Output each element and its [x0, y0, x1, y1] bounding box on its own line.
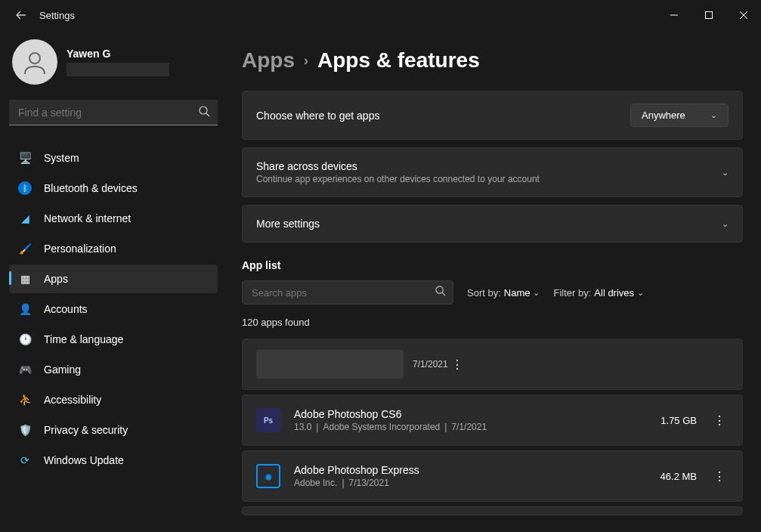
back-arrow-icon: [16, 10, 26, 20]
app-name: Adobe Photoshop CS6: [294, 408, 660, 420]
chevron-down-icon: ⌄: [710, 110, 717, 120]
minimize-button[interactable]: [657, 0, 691, 30]
search-icon: [435, 286, 446, 299]
card-subtitle: Continue app experiences on other device…: [256, 174, 540, 184]
sidebar-item-label: Apps: [44, 273, 68, 285]
breadcrumb-parent[interactable]: Apps: [242, 48, 295, 73]
gaming-icon: 🎮: [18, 363, 32, 376]
app-size: 46.2 MB: [660, 471, 697, 482]
chevron-down-icon: ⌄: [533, 288, 540, 298]
breadcrumb: Apps › Apps & features: [242, 48, 743, 73]
app-size: 1.75 GB: [660, 415, 697, 426]
sort-value: Name: [504, 287, 531, 298]
accessibility-icon: ⛹: [18, 393, 32, 407]
app-more-button[interactable]: ⋮: [710, 411, 729, 429]
app-date: 7/1/2021: [413, 359, 448, 370]
chevron-right-icon: ›: [304, 53, 308, 69]
app-name: Adobe Photoshop Express: [294, 464, 660, 476]
section-title: App list: [242, 259, 743, 271]
more-vertical-icon: ⋮: [713, 413, 725, 428]
username: Yawen G: [67, 48, 169, 60]
more-settings-card[interactable]: More settings ⌄: [242, 205, 743, 243]
maximize-button[interactable]: [691, 0, 726, 30]
app-list-item[interactable]: ◉ Adobe Photoshop Express Adobe Inc.|7/1…: [242, 450, 743, 502]
app-source-dropdown[interactable]: Anywhere ⌄: [630, 104, 729, 127]
app-more-button[interactable]: ⋮: [710, 467, 729, 485]
app-list-item[interactable]: 7/1/2021 ⋮: [242, 339, 743, 390]
card-label: More settings: [256, 218, 320, 230]
sidebar-item-accounts[interactable]: 👤Accounts: [9, 295, 218, 323]
person-icon: [21, 48, 48, 76]
card-label: Choose where to get apps: [256, 110, 379, 122]
app-count: 120 apps found: [242, 317, 743, 328]
maximize-icon: [705, 11, 713, 19]
sort-by-dropdown[interactable]: Sort by: Name ⌄: [467, 287, 540, 298]
app-list-item[interactable]: Ps Adobe Photoshop CS6 13.0|Adobe System…: [242, 394, 743, 446]
sidebar-item-label: Accessibility: [44, 394, 101, 406]
app-source-card: Choose where to get apps Anywhere ⌄: [242, 91, 743, 140]
sidebar-item-bluetooth[interactable]: ᛒBluetooth & devices: [9, 174, 218, 203]
user-email-redacted: [67, 63, 169, 76]
dropdown-value: Anywhere: [642, 110, 685, 121]
sidebar-item-time[interactable]: 🕐Time & language: [9, 325, 218, 354]
app-more-button[interactable]: ⋮: [448, 355, 466, 373]
search-icon: [199, 106, 210, 120]
back-button[interactable]: [12, 10, 30, 20]
sidebar-item-accessibility[interactable]: ⛹Accessibility: [9, 385, 218, 414]
sidebar-item-label: Privacy & security: [44, 424, 128, 436]
sidebar-item-label: Bluetooth & devices: [44, 182, 138, 194]
app-meta: 13.0|Adobe Systems Incorporated|7/1/2021: [294, 422, 660, 432]
apps-icon: ▦: [18, 272, 32, 286]
filter-label: Filter by:: [553, 287, 591, 298]
page-title: Apps & features: [317, 48, 480, 73]
sidebar-item-update[interactable]: ⟳Windows Update: [9, 446, 218, 475]
sidebar-item-system[interactable]: 🖥️System: [9, 144, 218, 172]
svg-rect-0: [706, 12, 713, 19]
settings-search-input[interactable]: [9, 100, 218, 125]
card-label: Share across devices: [256, 160, 540, 172]
sidebar-item-label: Windows Update: [44, 454, 124, 466]
filter-value: All drives: [594, 287, 634, 298]
close-icon: [740, 11, 747, 19]
app-name-redacted: [256, 350, 404, 379]
update-icon: ⟳: [18, 453, 32, 467]
sidebar-item-privacy[interactable]: 🛡️Privacy & security: [9, 416, 218, 444]
sidebar-item-label: Time & language: [44, 333, 123, 345]
sidebar-item-gaming[interactable]: 🎮Gaming: [9, 355, 218, 384]
close-button[interactable]: [726, 0, 761, 30]
accounts-icon: 👤: [18, 302, 32, 316]
app-meta: Adobe Inc.|7/13/2021: [294, 478, 660, 488]
svg-point-2: [200, 107, 207, 114]
wifi-icon: ◢: [18, 212, 32, 225]
profile-section[interactable]: Yawen G: [9, 39, 218, 85]
minimize-icon: [670, 11, 678, 19]
window-title: Settings: [39, 10, 75, 21]
sidebar-item-network[interactable]: ◢Network & internet: [9, 204, 218, 233]
chevron-down-icon: ⌄: [722, 219, 729, 229]
clock-icon: 🕐: [18, 332, 32, 346]
share-devices-card[interactable]: Share across devices Continue app experi…: [242, 147, 743, 197]
more-vertical-icon: ⋮: [451, 357, 463, 372]
app-list-item[interactable]: [242, 506, 743, 515]
more-vertical-icon: ⋮: [713, 469, 725, 484]
svg-point-3: [436, 286, 443, 293]
chevron-down-icon: ⌄: [722, 168, 729, 178]
sort-label: Sort by:: [467, 287, 501, 298]
sidebar-item-label: Personalization: [44, 243, 116, 255]
sidebar-item-apps[interactable]: ▦Apps: [9, 264, 218, 293]
app-icon: Ps: [256, 408, 280, 432]
chevron-down-icon: ⌄: [637, 288, 644, 298]
paintbrush-icon: 🖌️: [18, 242, 32, 255]
sidebar-item-label: System: [44, 152, 79, 164]
sidebar-item-label: Network & internet: [44, 212, 131, 224]
filter-by-dropdown[interactable]: Filter by: All drives ⌄: [553, 287, 644, 298]
system-icon: 🖥️: [18, 151, 32, 165]
sidebar-item-label: Gaming: [44, 363, 81, 376]
bluetooth-icon: ᛒ: [18, 181, 32, 195]
app-icon: ◉: [256, 464, 280, 488]
shield-icon: 🛡️: [18, 423, 32, 437]
app-search-input[interactable]: [242, 280, 453, 305]
sidebar-item-label: Accounts: [44, 303, 88, 315]
sidebar-item-personalization[interactable]: 🖌️Personalization: [9, 234, 218, 263]
avatar: [12, 39, 57, 85]
